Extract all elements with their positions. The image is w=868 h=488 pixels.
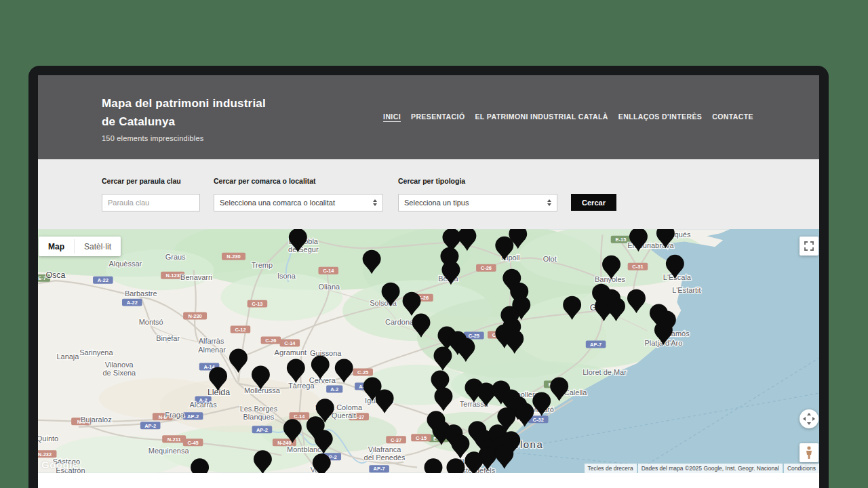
svg-text:C-25: C-25 <box>357 369 368 375</box>
road-badge: C-14 <box>280 340 300 347</box>
search-bar: Cercar per paraula clau Cercar per comar… <box>38 159 819 229</box>
pegman-button[interactable] <box>800 443 818 462</box>
nav-item-contacte[interactable]: CONTACTE <box>712 113 753 121</box>
map-place-label: Graus <box>165 253 186 261</box>
map-place-label: Les BorgesBlanques <box>240 405 278 421</box>
road-badge: AP-2 <box>252 426 273 433</box>
svg-text:C-12: C-12 <box>235 327 245 333</box>
nav-item-enllacos[interactable]: ENLLAÇOS D'INTERÈS <box>618 113 702 121</box>
road-badge: N-230 <box>222 253 245 260</box>
road-badge: C-31 <box>628 263 648 270</box>
website-screen: Mapa del patrimoni industrial de Catalun… <box>38 75 819 488</box>
keyword-input[interactable] <box>102 194 200 211</box>
map-place-label: Barbastre <box>125 289 157 298</box>
svg-text:N-232: N-232 <box>38 451 52 458</box>
svg-text:C-14: C-14 <box>294 413 305 420</box>
svg-text:AP-7: AP-7 <box>374 466 385 472</box>
road-badge: A-2 <box>326 385 342 392</box>
map-place-label: L'Estartit <box>672 286 701 294</box>
map-data-attribution: Dades del mapa ©2025 Google, Inst. Geogr… <box>638 464 783 473</box>
map-place-label: Mollerussa <box>244 386 281 394</box>
map-place-label: Mequinensa <box>149 447 190 455</box>
svg-text:N-230: N-230 <box>188 313 201 319</box>
map-place-label: Montblanc <box>287 445 321 453</box>
map-place-label: Isona <box>277 272 296 280</box>
keyword-label: Cercar per paraula clau <box>102 177 200 185</box>
svg-text:A-2: A-2 <box>330 386 338 392</box>
map-type-control: Map Satèl·lit <box>39 237 121 256</box>
fullscreen-button[interactable] <box>800 237 818 256</box>
page-title-line1: Mapa del patrimoni industrial <box>102 94 266 113</box>
site-brand: Mapa del patrimoni industrial de Catalun… <box>102 94 266 142</box>
svg-text:N-123: N-123 <box>165 272 179 279</box>
map-place-label: Fraga <box>165 411 185 419</box>
road-badge: C-25 <box>353 368 373 375</box>
road-badge: C-26 <box>476 264 496 272</box>
keyboard-shortcuts-link[interactable]: Tecles de drecera <box>585 464 637 473</box>
tipologia-select[interactable]: Selecciona un tipus <box>398 194 557 211</box>
svg-text:C-14: C-14 <box>284 340 296 346</box>
map-type-satellite-button[interactable]: Satèl·lit <box>75 237 121 256</box>
keyword-group: Cercar per paraula clau <box>102 177 200 211</box>
svg-text:C-14: C-14 <box>323 268 334 274</box>
svg-text:AP-2: AP-2 <box>144 423 156 429</box>
terms-link[interactable]: Condicions <box>784 464 819 473</box>
comarca-label: Cercar per comarca o localitat <box>214 177 383 185</box>
svg-text:A-22: A-22 <box>127 300 138 306</box>
map-place-label: Cervera <box>309 376 336 384</box>
svg-text:N-211: N-211 <box>167 436 181 443</box>
nav-item-presentacio[interactable]: PRESENTACIÓ <box>411 113 465 121</box>
road-badge: C-12 <box>231 326 251 333</box>
map-place-label: Montsó <box>139 318 163 326</box>
map-place-label: Agramunt <box>275 348 307 357</box>
road-badge: AP-7 <box>369 465 389 472</box>
comarca-select[interactable]: Selecciona una comarca o localitat <box>214 194 383 211</box>
map-place-label: Olot <box>543 255 557 263</box>
map-place-label: Lanaja <box>56 352 79 361</box>
road-badge: N-230 <box>183 312 207 320</box>
svg-text:C-37: C-37 <box>391 437 401 443</box>
map-place-label: Alfarràs <box>199 337 224 345</box>
map-place-label: Tremp <box>252 261 273 269</box>
pan-control[interactable] <box>800 409 818 428</box>
road-badge: C-37 <box>386 436 406 443</box>
map-type-map-button[interactable]: Map <box>39 237 74 256</box>
map-place-label: Alquèssar <box>108 260 142 268</box>
page-below-map <box>38 473 819 488</box>
road-badge: A-22 <box>93 277 113 284</box>
road-badge: C-26 <box>261 337 281 344</box>
road-badge: C-14 <box>290 412 310 420</box>
search-button[interactable]: Cercar <box>571 194 616 211</box>
svg-text:A-22: A-22 <box>98 277 108 283</box>
svg-text:E-7: E-7 <box>38 275 46 281</box>
map-place-label: Osca <box>45 270 65 280</box>
fullscreen-icon <box>804 241 814 251</box>
map-place-label: Oliana <box>318 283 340 291</box>
page-subtitle: 150 elements imprescindibles <box>102 134 266 142</box>
road-badge: N-232 <box>38 450 56 458</box>
map-place-label: Guissona <box>310 349 342 357</box>
svg-text:AP-2: AP-2 <box>256 427 268 433</box>
google-map[interactable]: A-22A-22A-14A-2A-2A-2AP-2AP-2AP-2AP-2AP-… <box>38 229 819 473</box>
nav-item-inici[interactable]: INICI <box>383 113 401 121</box>
svg-text:C-31: C-31 <box>632 264 643 270</box>
nav-item-patrimoni[interactable]: EL PATRIMONI INDUSTRIAL CATALÀ <box>475 113 608 121</box>
svg-text:C-26: C-26 <box>481 265 492 271</box>
map-place-label: Binèfar <box>156 334 180 342</box>
map-place-label: Almenar <box>198 346 226 354</box>
map-place-label: Bujaraloz <box>81 415 112 424</box>
page-title-line2: de Catalunya <box>102 113 266 131</box>
svg-text:AP-7: AP-7 <box>590 342 601 348</box>
tipologia-group: Cercar per tipologia Selecciona un tipus <box>398 177 557 211</box>
map-canvas[interactable]: A-22A-22A-14A-2A-2A-2AP-2AP-2AP-2AP-2AP-… <box>38 229 819 473</box>
road-badge: AP-7 <box>586 341 606 348</box>
main-nav: INICI PRESENTACIÓ EL PATRIMONI INDUSTRIA… <box>383 113 753 121</box>
road-badge: AP-2 <box>183 412 203 420</box>
road-badge: C-45 <box>183 439 203 446</box>
map-place-label: Vilanovade Sixena <box>102 361 136 377</box>
svg-text:C-32: C-32 <box>533 417 544 423</box>
svg-text:AP-2: AP-2 <box>187 413 199 420</box>
road-badge: C-13 <box>248 300 268 308</box>
road-badge: C-14 <box>318 267 338 274</box>
svg-text:C-25: C-25 <box>469 333 479 339</box>
